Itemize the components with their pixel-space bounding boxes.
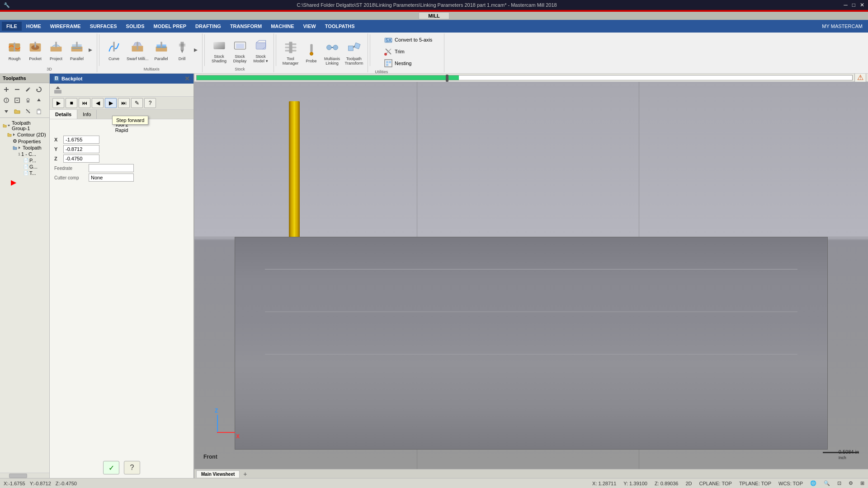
- y-input[interactable]: [63, 145, 99, 153]
- bp-edit-button[interactable]: ✎: [131, 98, 143, 108]
- help-button[interactable]: ?: [124, 461, 140, 474]
- status-zoom-icon[interactable]: 🔍: [824, 480, 830, 486]
- tool-manager-button[interactable]: ToolManager: [281, 37, 301, 68]
- drill-button[interactable]: Drill: [172, 35, 192, 66]
- scrollbar-thumb[interactable]: [9, 474, 27, 478]
- sidebar-info-btn[interactable]: i: [1, 95, 11, 105]
- bp-play-button[interactable]: ▶: [52, 98, 64, 108]
- status-globe-icon[interactable]: 🌐: [810, 480, 816, 486]
- svg-point-48: [384, 53, 387, 56]
- menu-transform[interactable]: TRANSFORM: [226, 22, 266, 31]
- multiaxis-expand-button[interactable]: [193, 45, 199, 56]
- sidebar-add-btn[interactable]: [1, 84, 11, 94]
- close-button[interactable]: ✕: [860, 2, 864, 8]
- viewport-canvas[interactable]: Z X Front 0.5084 in Inch: [194, 82, 868, 469]
- x-input[interactable]: [63, 136, 99, 144]
- sidebar-folder-btn[interactable]: [12, 106, 22, 116]
- stock-shading-button[interactable]: StockShading: [209, 35, 229, 66]
- trim-button[interactable]: Trim: [382, 46, 434, 57]
- tree-folder2-icon: [7, 132, 12, 137]
- menu-file[interactable]: FILE: [2, 22, 22, 31]
- progress-thumb[interactable]: [446, 75, 448, 82]
- multiaxis-linking-button[interactable]: MultiaxisLinking: [322, 37, 342, 68]
- probe-button[interactable]: Probe: [302, 37, 321, 68]
- backplot-close-button[interactable]: ✕: [184, 75, 190, 82]
- status-grid-icon[interactable]: ⊞: [860, 480, 864, 486]
- bp-rewind-button[interactable]: ◀: [92, 98, 104, 108]
- z-label: Z: [54, 156, 63, 161]
- tree-item-toolpath[interactable]: Toolpath: [2, 145, 47, 151]
- info-tab[interactable]: Info: [77, 110, 97, 119]
- status-z2: Z: 0.89036: [655, 481, 679, 486]
- menu-drafting[interactable]: DRAFTING: [191, 22, 226, 31]
- tree-item-root[interactable]: Toolpath Group-1: [2, 120, 47, 131]
- tree-item-g[interactable]: 📄 G...: [2, 164, 47, 170]
- viewsheet-tab-main[interactable]: Main Viewsheet: [196, 470, 240, 478]
- parallel-button[interactable]: Parallel: [67, 35, 87, 66]
- pocket-button[interactable]: Pocket: [25, 35, 45, 66]
- menu-machine[interactable]: MACHINE: [266, 22, 298, 31]
- 3d-expand-button[interactable]: [88, 45, 94, 56]
- upload-icon[interactable]: [53, 85, 62, 94]
- progress-row: ⚠: [196, 74, 866, 83]
- title-bar-right[interactable]: ─ □ ✕: [844, 2, 864, 8]
- cutter-comp-input[interactable]: [89, 174, 134, 182]
- bp-rewind-all-button[interactable]: ⏮: [79, 98, 90, 108]
- curve-button[interactable]: Curve: [104, 35, 124, 66]
- svg-rect-6: [55, 42, 57, 47]
- tree-item-contour[interactable]: Contour (2D): [2, 131, 47, 138]
- tree-item-1c[interactable]: 1 1 - C...: [2, 151, 47, 157]
- tree-item-t[interactable]: 📄 T...: [2, 170, 47, 176]
- menu-wireframe[interactable]: WIREFRAME: [46, 22, 85, 31]
- status-settings-icon[interactable]: ⚙: [849, 480, 853, 486]
- sidebar-edit-btn[interactable]: [23, 84, 33, 94]
- status-fit-icon[interactable]: ⊡: [837, 480, 841, 486]
- menu-toolpaths[interactable]: TOOLPATHS: [321, 22, 359, 31]
- convert-5axis-button[interactable]: 5X Convert to 5-axis: [382, 34, 434, 45]
- project-button[interactable]: Project: [46, 35, 66, 66]
- feedrate-input[interactable]: [89, 164, 134, 172]
- minimize-button[interactable]: ─: [844, 2, 848, 8]
- my-mastercam[interactable]: MY MASTERCAM: [822, 23, 866, 29]
- tree-folder-icon: [3, 123, 7, 128]
- tree-item-properties[interactable]: ⚙ Properties: [2, 138, 47, 145]
- nesting-button[interactable]: Nesting: [382, 58, 434, 69]
- menu-view[interactable]: VIEW: [299, 22, 321, 31]
- bp-step-forward-button[interactable]: ▶: [105, 98, 117, 108]
- bp-fast-forward-button[interactable]: ⏭: [118, 98, 130, 108]
- sidebar-regen-btn[interactable]: [34, 84, 44, 94]
- parallel2-button[interactable]: Parallel: [151, 35, 171, 66]
- viewsheet-add-button[interactable]: +: [241, 469, 250, 479]
- stock-model-button[interactable]: StockModel ▾: [251, 35, 271, 66]
- toolpath-transform-button[interactable]: ToolpathTransform: [343, 37, 365, 68]
- sidebar-select-btn[interactable]: [12, 95, 22, 105]
- toolpath-transform-icon: [346, 39, 362, 56]
- bp-help-button[interactable]: ?: [144, 98, 156, 108]
- stock-display-button[interactable]: StockDisplay: [230, 35, 250, 66]
- menu-model-prep[interactable]: MODEL PREP: [149, 22, 191, 31]
- ribbon-utilities-items: 5X Convert to 5-axis Trim: [382, 34, 434, 69]
- tree-item-p[interactable]: 📄 P...: [2, 157, 47, 164]
- sidebar-lock-btn[interactable]: [23, 95, 33, 105]
- menu-home[interactable]: HOME: [22, 22, 46, 31]
- z-input[interactable]: [63, 155, 99, 163]
- details-tab[interactable]: Details: [50, 110, 77, 119]
- maximize-button[interactable]: □: [852, 2, 855, 8]
- vp-warning-button[interactable]: ⚠: [854, 74, 866, 83]
- menu-surfaces[interactable]: SURFACES: [85, 22, 122, 31]
- sidebar-paste-btn[interactable]: [34, 106, 44, 116]
- svg-rect-51: [389, 61, 391, 63]
- ok-button[interactable]: ✓: [103, 461, 119, 474]
- menu-solids[interactable]: SOLIDS: [122, 22, 149, 31]
- sidebar-scrollbar[interactable]: [0, 473, 49, 478]
- bp-stop-button[interactable]: ■: [66, 98, 77, 108]
- sidebar-remove-btn[interactable]: [12, 84, 22, 94]
- swarf-button[interactable]: Swarf Milli...: [125, 35, 151, 66]
- tool-manager-icon: [283, 39, 299, 56]
- sidebar-cut-btn[interactable]: [23, 106, 33, 116]
- sidebar-move-down-btn[interactable]: [1, 106, 11, 116]
- mill-tab: MILL: [419, 12, 449, 19]
- sidebar-move-up-btn[interactable]: [34, 95, 44, 105]
- svg-rect-1: [14, 42, 15, 52]
- rough-button[interactable]: Rough: [5, 35, 24, 66]
